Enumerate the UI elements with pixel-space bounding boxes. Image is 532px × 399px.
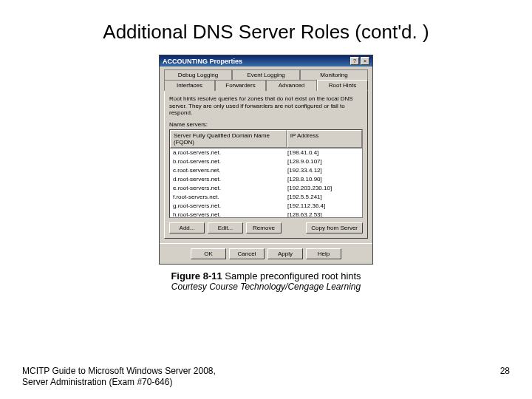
figure-courtesy: Courtesy Course Technology/Cengage Learn… bbox=[0, 282, 532, 292]
remove-button[interactable]: Remove bbox=[246, 222, 282, 233]
figure-title: Sample preconfigured root hints bbox=[222, 270, 361, 282]
help-button[interactable]: Help bbox=[306, 248, 341, 259]
list-header: Server Fully Qualified Domain Name (FQDN… bbox=[170, 130, 362, 149]
tab-event-logging[interactable]: Event Logging bbox=[232, 69, 300, 80]
tab-forwarders[interactable]: Forwarders bbox=[215, 80, 266, 91]
table-row[interactable]: h.root-servers.net.[128.63.2.53] bbox=[170, 211, 362, 218]
dialog-titlebar: ACCOUNTING Properties ? × bbox=[160, 55, 372, 66]
cell-fqdn: h.root-servers.net. bbox=[173, 211, 287, 218]
cell-fqdn: d.root-servers.net. bbox=[173, 175, 287, 184]
cell-ip: [198.41.0.4] bbox=[287, 149, 359, 157]
cell-ip: [192.112.36.4] bbox=[287, 202, 359, 211]
figure-number: Figure 8-11 bbox=[171, 270, 222, 282]
name-servers-label: Name servers: bbox=[169, 121, 363, 128]
close-window-button[interactable]: × bbox=[361, 57, 369, 65]
cell-fqdn: f.root-servers.net. bbox=[173, 193, 287, 202]
ok-button[interactable]: OK bbox=[191, 248, 226, 259]
cell-fqdn: a.root-servers.net. bbox=[173, 149, 287, 157]
tab-interfaces[interactable]: Interfaces bbox=[164, 80, 215, 91]
list-buttons-row: Add... Edit... Remove Copy from Server bbox=[169, 222, 363, 233]
tab-debug-logging[interactable]: Debug Logging bbox=[164, 69, 232, 80]
table-row[interactable]: f.root-servers.net.[192.5.5.241] bbox=[170, 193, 362, 202]
cell-ip: [192.33.4.12] bbox=[287, 166, 359, 175]
table-row[interactable]: d.root-servers.net.[128.8.10.90] bbox=[170, 175, 362, 184]
edit-button[interactable]: Edit... bbox=[208, 222, 243, 233]
cell-ip: [128.8.10.90] bbox=[287, 175, 359, 184]
window-controls: ? × bbox=[350, 57, 369, 65]
table-row[interactable]: c.root-servers.net.[192.33.4.12] bbox=[170, 166, 362, 175]
table-row[interactable]: e.root-servers.net.[192.203.230.10] bbox=[170, 184, 362, 193]
tab-root-hints[interactable]: Root Hints bbox=[317, 80, 368, 91]
table-row[interactable]: b.root-servers.net.[128.9.0.107] bbox=[170, 157, 362, 166]
cell-fqdn: g.root-servers.net. bbox=[173, 202, 287, 211]
copy-from-server-button[interactable]: Copy from Server bbox=[306, 222, 363, 233]
cell-fqdn: e.root-servers.net. bbox=[173, 184, 287, 193]
tab-advanced[interactable]: Advanced bbox=[266, 80, 317, 91]
help-window-button[interactable]: ? bbox=[350, 57, 359, 65]
figure-caption: Figure 8-11 Sample preconfigured root hi… bbox=[0, 270, 532, 292]
properties-dialog: ACCOUNTING Properties ? × Debug Logging … bbox=[159, 55, 373, 265]
slide-title: Additional DNS Server Roles (cont'd. ) bbox=[0, 0, 532, 51]
column-ip[interactable]: IP Address bbox=[287, 130, 362, 148]
cell-fqdn: b.root-servers.net. bbox=[173, 157, 287, 166]
name-servers-list[interactable]: Server Fully Qualified Domain Name (FQDN… bbox=[169, 129, 363, 218]
add-button[interactable]: Add... bbox=[169, 222, 205, 233]
column-fqdn[interactable]: Server Fully Qualified Domain Name (FQDN… bbox=[170, 130, 287, 148]
page-number: 28 bbox=[500, 366, 510, 387]
slide-footer: MCITP Guide to Microsoft Windows Server … bbox=[22, 366, 510, 387]
footer-text: MCITP Guide to Microsoft Windows Server … bbox=[22, 366, 244, 387]
dialog-title: ACCOUNTING Properties bbox=[163, 58, 242, 65]
cell-ip: [128.9.0.107] bbox=[287, 157, 359, 166]
tab-monitoring[interactable]: Monitoring bbox=[300, 69, 368, 80]
cell-ip: [192.5.5.241] bbox=[287, 193, 359, 202]
cancel-button[interactable]: Cancel bbox=[229, 248, 265, 259]
dialog-button-row: OK Cancel Apply Help bbox=[160, 243, 372, 264]
root-hints-panel: Root hints resolve queries for zones tha… bbox=[164, 90, 368, 239]
table-row[interactable]: g.root-servers.net.[192.112.36.4] bbox=[170, 202, 362, 211]
cell-ip: [192.203.230.10] bbox=[287, 184, 359, 193]
panel-description: Root hints resolve queries for zones tha… bbox=[169, 95, 363, 117]
cell-fqdn: c.root-servers.net. bbox=[173, 166, 287, 175]
apply-button[interactable]: Apply bbox=[267, 248, 303, 259]
tab-strip: Debug Logging Event Logging Monitoring I… bbox=[164, 69, 368, 91]
table-row[interactable]: a.root-servers.net.[198.41.0.4] bbox=[170, 149, 362, 157]
cell-ip: [128.63.2.53] bbox=[287, 211, 359, 218]
